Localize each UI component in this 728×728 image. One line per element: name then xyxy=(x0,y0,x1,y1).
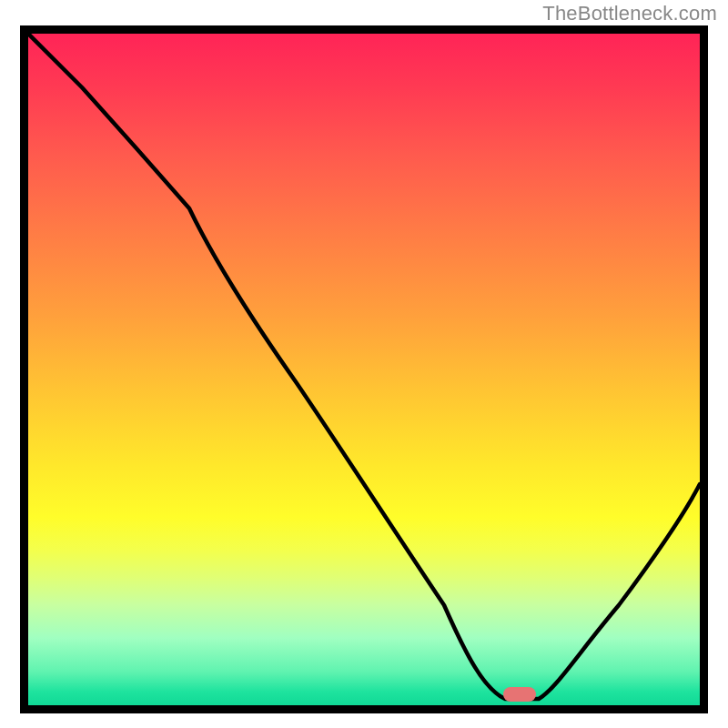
watermark-text: TheBottleneck.com xyxy=(542,2,717,25)
optimum-marker xyxy=(503,687,536,702)
curve-path xyxy=(28,34,700,699)
bottleneck-curve xyxy=(28,34,700,705)
chart-frame xyxy=(20,25,708,713)
